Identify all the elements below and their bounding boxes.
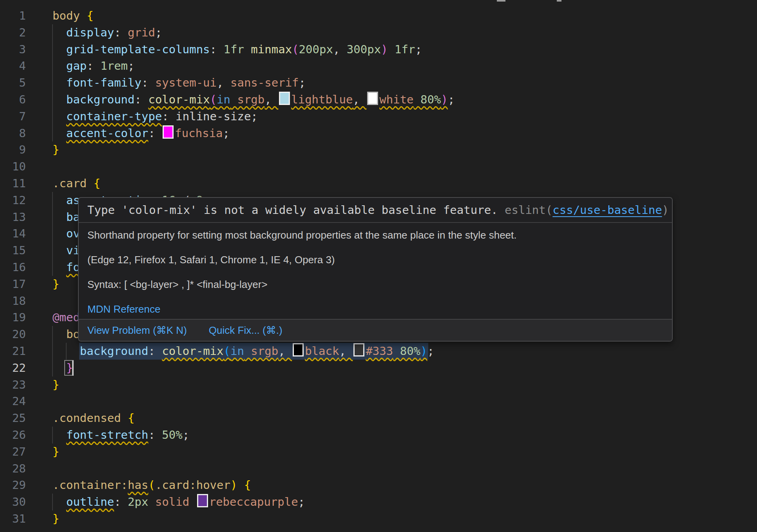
token: grid: [128, 26, 155, 39]
token: srgb: [244, 344, 278, 358]
token: :: [114, 26, 128, 39]
code-text: container-type: inline-size;: [53, 108, 258, 125]
token: font-family: [66, 76, 141, 89]
token: :: [162, 110, 176, 123]
code-line[interactable]: 2 display: grid;: [0, 24, 757, 41]
token: [53, 328, 66, 341]
token: :: [114, 495, 128, 508]
code-text: font-family: system-ui, sans-serif;: [53, 74, 306, 91]
token: [80, 9, 87, 22]
token: 200px: [299, 43, 333, 56]
token: [244, 43, 251, 56]
token: {: [128, 411, 134, 425]
token: has: [128, 478, 148, 492]
code-line[interactable]: 25.condensed {: [0, 410, 757, 427]
token: display: [66, 26, 114, 39]
code-text: }: [53, 376, 59, 393]
token: .condensed: [53, 411, 121, 425]
code-text: accent-color: fuchsia;: [53, 125, 230, 142]
token: in: [230, 344, 244, 358]
code-text: .condensed {: [53, 410, 135, 427]
code-line[interactable]: 26 font-stretch: 50%;: [0, 427, 757, 443]
color-swatch[interactable]: [293, 343, 304, 356]
code-line[interactable]: 1body {: [0, 7, 757, 24]
token: (: [148, 478, 155, 492]
code-line[interactable]: 3 grid-template-columns: 1fr minmax(200p…: [0, 41, 757, 58]
code-line[interactable]: 21 background: color-mix(in srgb, black,…: [0, 343, 757, 360]
color-swatch[interactable]: [279, 92, 290, 105]
token: accent-color: [66, 127, 149, 140]
token: }: [53, 277, 59, 291]
token: @med: [53, 311, 80, 324]
token: ,: [339, 344, 353, 358]
color-swatch[interactable]: [353, 343, 364, 356]
line-number: 9: [0, 141, 26, 158]
token: {: [87, 9, 93, 22]
code-line[interactable]: 24: [0, 393, 757, 410]
token: color-mix: [148, 93, 210, 106]
token: ,: [264, 93, 278, 106]
code-line[interactable]: 4 gap: 1rem;: [0, 58, 757, 74]
token: rebeccapurple: [209, 495, 298, 508]
token: [53, 194, 66, 207]
code-line[interactable]: 11.card {: [0, 175, 757, 192]
code-line[interactable]: 5 font-family: system-ui, sans-serif;: [0, 74, 757, 91]
diagnostic-rule-link[interactable]: css/use-baseline: [552, 203, 662, 217]
line-number: 10: [0, 158, 26, 175]
code-line[interactable]: 10: [0, 158, 757, 175]
code-line[interactable]: 27}: [0, 443, 757, 460]
color-swatch[interactable]: [163, 125, 174, 139]
token: :: [148, 344, 162, 358]
token: [121, 411, 128, 425]
token: [53, 93, 66, 106]
token: 1rem: [100, 59, 128, 72]
token: ;: [128, 59, 134, 72]
view-problem-action[interactable]: View Problem (⌘K N): [87, 324, 187, 337]
code-line[interactable]: 28: [0, 460, 757, 477]
line-number: 28: [0, 460, 26, 477]
token: ;: [223, 127, 230, 140]
token: lightblue: [291, 93, 353, 106]
color-swatch[interactable]: [367, 92, 378, 105]
token: srgb: [230, 93, 264, 106]
code-text: gap: 1rem;: [53, 58, 135, 74]
code-line[interactable]: 8 accent-color: fuchsia;: [0, 125, 757, 142]
token: ): [381, 43, 388, 56]
line-number: 15: [0, 242, 26, 259]
line-number: 23: [0, 376, 26, 393]
token: system-ui: [155, 76, 217, 89]
token: black: [305, 344, 339, 358]
token: solid: [155, 495, 189, 508]
token: :: [148, 127, 162, 140]
token: outline: [66, 495, 114, 508]
line-number: 21: [0, 343, 26, 360]
token: 80%: [393, 344, 420, 358]
code-line[interactable]: 23}: [0, 376, 757, 393]
token: font-stretch: [66, 428, 149, 442]
code-line[interactable]: 30 outline: 2px solid rebeccapurple;: [0, 494, 757, 510]
color-swatch[interactable]: [197, 494, 208, 507]
token: }: [53, 445, 59, 458]
mdn-reference-link[interactable]: MDN Reference: [87, 303, 160, 315]
token: [388, 43, 395, 56]
token: background: [80, 344, 149, 358]
token: 1fr: [224, 43, 244, 56]
token: inline-size: [176, 110, 251, 123]
property-description: Shorthand property for setting most back…: [87, 229, 663, 241]
line-number: 7: [0, 108, 26, 125]
code-line[interactable]: 6 background: color-mix(in srgb, lightbl…: [0, 91, 757, 108]
code-line[interactable]: 22 }: [0, 360, 757, 376]
token: [53, 428, 66, 442]
token: .card: [53, 177, 87, 190]
line-number: 3: [0, 41, 26, 58]
token: ,: [333, 43, 347, 56]
token: 80%: [414, 93, 441, 106]
code-line[interactable]: 31}: [0, 510, 757, 527]
token: ;: [415, 43, 422, 56]
token: ,: [217, 76, 230, 89]
code-line[interactable]: 9}: [0, 141, 757, 158]
token: ;: [183, 428, 189, 442]
code-line[interactable]: 29.container:has(.card:hover) {: [0, 477, 757, 494]
code-line[interactable]: 7 container-type: inline-size;: [0, 108, 757, 125]
quick-fix-action[interactable]: Quick Fix... (⌘.): [209, 324, 283, 337]
